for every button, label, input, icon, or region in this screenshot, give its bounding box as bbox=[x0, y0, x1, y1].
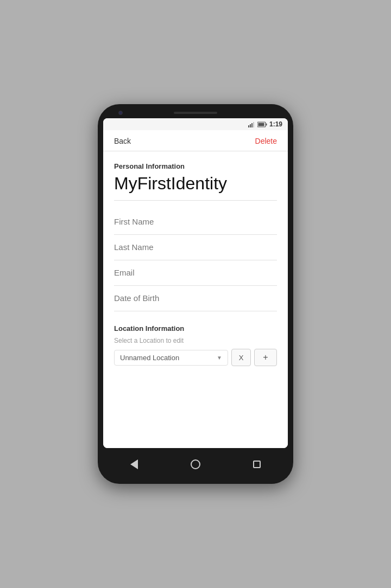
last-name-field[interactable] bbox=[114, 235, 277, 260]
location-row: Unnamed Location ▼ X + bbox=[114, 349, 277, 366]
svg-rect-3 bbox=[253, 122, 254, 127]
personal-info-label: Personal Information bbox=[114, 162, 277, 170]
email-field[interactable] bbox=[114, 260, 277, 286]
location-select[interactable]: Unnamed Location ▼ bbox=[114, 350, 228, 366]
last-name-input[interactable] bbox=[114, 242, 277, 252]
dob-field[interactable] bbox=[114, 286, 277, 311]
form-content: Personal Information MyFirstIdentity bbox=[103, 151, 288, 448]
location-info-label: Location Information bbox=[114, 324, 277, 333]
status-bar: 1:19 bbox=[103, 118, 288, 130]
svg-rect-2 bbox=[251, 123, 253, 127]
phone-top-bar bbox=[103, 112, 288, 118]
top-nav: Back Delete bbox=[103, 130, 288, 151]
identity-title: MyFirstIdentity bbox=[114, 174, 277, 201]
android-recent-button[interactable] bbox=[249, 457, 264, 472]
location-info-section: Location Information Select a Location t… bbox=[114, 324, 277, 366]
battery-icon bbox=[257, 122, 267, 127]
android-back-button[interactable] bbox=[127, 457, 142, 472]
email-input[interactable] bbox=[114, 268, 277, 277]
phone-device: 1:19 Back Delete Personal Information My… bbox=[98, 104, 293, 484]
chevron-down-icon: ▼ bbox=[217, 355, 222, 361]
svg-rect-0 bbox=[248, 125, 249, 127]
first-name-input[interactable] bbox=[114, 217, 277, 226]
remove-location-button[interactable]: X bbox=[231, 349, 251, 366]
add-location-button[interactable]: + bbox=[254, 349, 277, 366]
dob-input[interactable] bbox=[114, 293, 277, 303]
first-name-field[interactable] bbox=[114, 209, 277, 235]
location-sub-label: Select a Location to edit bbox=[114, 337, 277, 344]
location-select-text: Unnamed Location bbox=[120, 354, 217, 362]
phone-bottom-bar bbox=[103, 451, 288, 476]
android-home-button[interactable] bbox=[188, 457, 203, 472]
app-content: Back Delete Personal Information MyFirst… bbox=[103, 130, 288, 448]
back-button[interactable]: Back bbox=[114, 137, 131, 145]
personal-info-section: Personal Information MyFirstIdentity bbox=[114, 162, 277, 311]
status-time: 1:19 bbox=[269, 120, 282, 128]
front-camera bbox=[118, 111, 123, 115]
svg-rect-6 bbox=[258, 123, 264, 126]
svg-rect-1 bbox=[250, 124, 251, 127]
signal-icon bbox=[248, 122, 256, 127]
delete-button[interactable]: Delete bbox=[255, 137, 277, 145]
svg-rect-5 bbox=[266, 123, 267, 125]
status-icons bbox=[248, 122, 267, 127]
phone-screen: 1:19 Back Delete Personal Information My… bbox=[103, 118, 288, 448]
phone-speaker bbox=[174, 112, 217, 114]
